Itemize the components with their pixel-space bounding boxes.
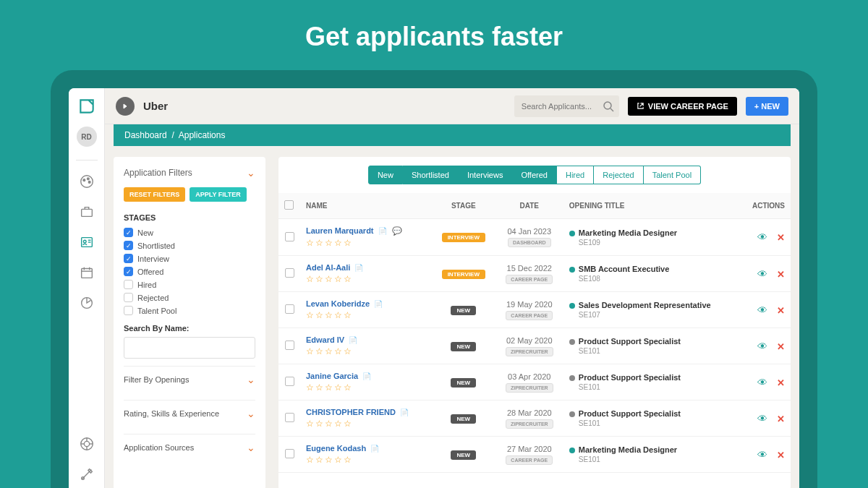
applicant-name-link[interactable]: Edward IV [306, 335, 344, 344]
document-icon[interactable]: 📄 [400, 408, 409, 416]
stage-filter-item[interactable]: Rejected [124, 293, 255, 302]
document-icon[interactable]: 📄 [378, 227, 387, 235]
stage-filter-item[interactable]: Shortlisted [124, 241, 255, 250]
stage-tab[interactable]: Interviews [459, 166, 513, 184]
reject-action-icon[interactable]: ✕ [777, 305, 785, 316]
document-icon[interactable]: 📄 [374, 300, 383, 308]
applicant-name-link[interactable]: Adel Al-Aali [306, 263, 350, 272]
rating-stars[interactable]: ☆☆☆☆☆ [306, 310, 426, 320]
user-avatar[interactable]: RD [77, 127, 97, 147]
checkbox-icon[interactable] [124, 254, 133, 263]
checkbox-icon[interactable] [124, 267, 133, 276]
app-window: RD Uber [69, 88, 799, 488]
search-name-input[interactable] [124, 337, 255, 359]
reject-action-icon[interactable]: ✕ [777, 450, 785, 461]
applicant-name-link[interactable]: Eugene Kodash [306, 444, 366, 453]
applicant-name-link[interactable]: Levan Koberidze [306, 299, 370, 308]
stage-filter-item[interactable]: Talent Pool [124, 306, 255, 315]
briefcase-icon[interactable] [79, 204, 95, 220]
table-row: Edward IV 📄 ☆☆☆☆☆ NEW 02 May 2020 ZIPREC… [278, 328, 791, 364]
chevron-down-icon[interactable]: ⌄ [247, 167, 255, 179]
filter-collapsible[interactable]: Rating, Skills & Experience⌄ [124, 400, 255, 427]
select-all-checkbox[interactable] [284, 200, 294, 210]
stage-tab[interactable]: Hired [557, 166, 594, 184]
filter-collapsible[interactable]: Filter By Openings⌄ [124, 366, 255, 393]
stage-tab[interactable]: New [368, 166, 403, 184]
rating-stars[interactable]: ☆☆☆☆☆ [306, 274, 426, 284]
reject-action-icon[interactable]: ✕ [777, 232, 785, 243]
reject-action-icon[interactable]: ✕ [777, 269, 785, 280]
checkbox-icon[interactable] [124, 280, 133, 289]
filter-panel: Application Filters ⌄ RESET FILTERS APPL… [114, 157, 265, 488]
status-dot-icon [569, 231, 575, 236]
support-icon[interactable] [79, 436, 95, 452]
row-checkbox[interactable] [285, 413, 294, 422]
reject-action-icon[interactable]: ✕ [777, 377, 785, 388]
stage-badge: NEW [451, 378, 476, 388]
status-dot-icon [569, 375, 575, 381]
table-row: Eugene Kodash 📄 ☆☆☆☆☆ NEW 27 Mar 2020 CA… [278, 437, 791, 473]
applicant-name-link[interactable]: Janine Garcia [306, 372, 358, 380]
row-checkbox[interactable] [285, 268, 294, 278]
document-icon[interactable]: 📄 [362, 372, 371, 380]
svg-rect-9 [81, 269, 92, 278]
back-button[interactable] [116, 97, 135, 116]
document-icon[interactable]: 📄 [354, 264, 363, 272]
view-action-icon[interactable]: 👁 [757, 304, 767, 316]
app-logo-icon[interactable] [77, 97, 96, 116]
document-icon[interactable]: 📄 [370, 445, 379, 453]
rating-stars[interactable]: ☆☆☆☆☆ [306, 419, 426, 429]
chat-icon[interactable]: 💬 [392, 226, 402, 235]
checkbox-icon[interactable] [124, 293, 133, 302]
new-button[interactable]: + NEW [746, 97, 788, 116]
applicant-name-link[interactable]: CHRISTOPHER FRIEND [306, 408, 396, 416]
collapsible-label: Filter By Openings [124, 375, 189, 384]
row-checkbox[interactable] [285, 341, 294, 350]
stage-filter-item[interactable]: Offered [124, 267, 255, 276]
row-checkbox[interactable] [285, 304, 294, 314]
svg-rect-4 [81, 209, 92, 216]
stage-tab[interactable]: Talent Pool [644, 166, 701, 184]
applicants-icon[interactable] [79, 234, 95, 250]
piechart-icon[interactable] [79, 295, 95, 311]
filter-title: Application Filters [124, 168, 192, 178]
svg-point-0 [80, 176, 93, 188]
tools-icon[interactable] [79, 466, 95, 482]
reject-action-icon[interactable]: ✕ [777, 414, 785, 424]
rating-stars[interactable]: ☆☆☆☆☆ [306, 382, 426, 393]
view-action-icon[interactable]: 👁 [757, 231, 767, 243]
calendar-icon[interactable] [79, 265, 95, 281]
row-checkbox[interactable] [285, 449, 294, 458]
checkbox-icon[interactable] [124, 241, 133, 250]
reject-action-icon[interactable]: ✕ [777, 341, 785, 352]
checkbox-icon[interactable] [124, 228, 133, 237]
stage-filter-item[interactable]: Interview [124, 254, 255, 263]
document-icon[interactable]: 📄 [349, 336, 357, 344]
apply-filter-button[interactable]: APPLY FILTER [190, 187, 246, 202]
stage-tab[interactable]: Shortlisted [403, 166, 459, 184]
view-action-icon[interactable]: 👁 [757, 341, 767, 352]
rating-stars[interactable]: ☆☆☆☆☆ [306, 346, 426, 356]
rating-stars[interactable]: ☆☆☆☆☆ [306, 238, 426, 248]
stage-tab[interactable]: Rejected [594, 166, 643, 184]
stage-tab[interactable]: Offered [512, 166, 557, 184]
stage-filter-label: Offered [137, 267, 164, 276]
view-career-page-button[interactable]: VIEW CAREER PAGE [628, 97, 737, 116]
palette-icon[interactable] [79, 174, 95, 189]
reset-filters-button[interactable]: RESET FILTERS [124, 187, 185, 202]
checkbox-icon[interactable] [124, 306, 133, 315]
breadcrumb-root[interactable]: Dashboard [124, 130, 167, 140]
search-icon[interactable] [602, 100, 615, 113]
stage-filter-item[interactable]: New [124, 228, 255, 237]
filter-collapsible[interactable]: Application Sources⌄ [124, 434, 255, 461]
view-action-icon[interactable]: 👁 [757, 268, 767, 280]
row-checkbox[interactable] [285, 232, 294, 241]
view-action-icon[interactable]: 👁 [757, 377, 767, 388]
stage-filter-item[interactable]: Hired [124, 280, 255, 289]
rating-stars[interactable]: ☆☆☆☆☆ [306, 455, 426, 465]
row-checkbox[interactable] [285, 377, 294, 386]
col-actions: ACTIONS [740, 193, 791, 219]
view-action-icon[interactable]: 👁 [757, 449, 767, 461]
view-action-icon[interactable]: 👁 [757, 413, 767, 424]
applicant-name-link[interactable]: Lauren Marquardt [306, 226, 374, 235]
